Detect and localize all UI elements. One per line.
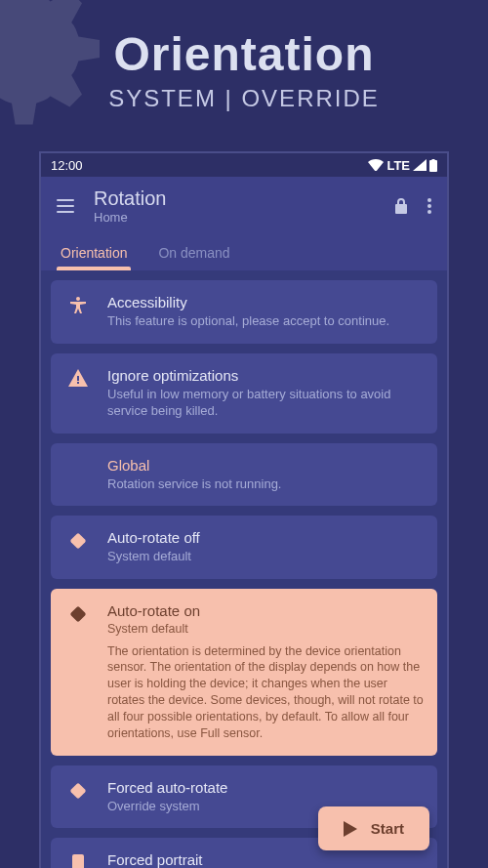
card-optimizations[interactable]: Ignore optimizations Useful in low memor… bbox=[51, 353, 437, 434]
tabs: Orientation On demand bbox=[41, 235, 447, 270]
play-icon bbox=[344, 821, 357, 837]
start-button[interactable]: Start bbox=[318, 806, 429, 850]
portrait-icon bbox=[64, 851, 92, 868]
rotate-off-icon bbox=[64, 529, 92, 565]
app-bar: Rotation Home bbox=[41, 177, 447, 235]
signal-icon bbox=[413, 159, 427, 171]
rotate-on-icon bbox=[64, 602, 92, 742]
svg-point-4 bbox=[427, 210, 431, 214]
svg-rect-9 bbox=[72, 854, 84, 868]
svg-rect-0 bbox=[429, 160, 437, 172]
wifi-icon bbox=[368, 159, 384, 171]
card-title: Auto-rotate on bbox=[107, 602, 424, 619]
device-frame: 12:00 LTE Rotation Home Orientation On d… bbox=[39, 151, 449, 868]
card-auto-rotate-on[interactable]: Auto-rotate on System default The orient… bbox=[51, 589, 437, 756]
lock-icon[interactable] bbox=[394, 197, 408, 215]
warning-icon bbox=[64, 367, 92, 420]
svg-point-3 bbox=[427, 204, 431, 208]
card-desc: Useful in low memory or battery situatio… bbox=[107, 386, 424, 420]
card-title: Forced portrait bbox=[107, 851, 424, 868]
fab-label: Start bbox=[371, 820, 404, 837]
status-bar: 12:00 LTE bbox=[41, 153, 447, 177]
svg-rect-1 bbox=[432, 159, 435, 161]
svg-rect-6 bbox=[70, 533, 87, 550]
battery-icon bbox=[429, 159, 437, 172]
menu-icon[interactable] bbox=[57, 199, 74, 213]
accessibility-icon bbox=[64, 294, 92, 330]
card-auto-rotate-off[interactable]: Auto-rotate off System default bbox=[51, 516, 437, 579]
card-title: Forced auto-rotate bbox=[107, 779, 424, 796]
card-title: Accessibility bbox=[107, 294, 424, 310]
forced-rotate-icon bbox=[64, 779, 92, 815]
more-icon[interactable] bbox=[427, 198, 431, 214]
card-title: Auto-rotate off bbox=[107, 529, 424, 546]
app-title: Rotation bbox=[94, 187, 375, 210]
gear-background-icon bbox=[0, 0, 117, 137]
card-desc: Rotation service is not running. bbox=[107, 475, 424, 493]
svg-point-2 bbox=[427, 198, 431, 202]
tab-orientation[interactable]: Orientation bbox=[57, 235, 131, 270]
card-desc: System default bbox=[107, 548, 424, 565]
status-time: 12:00 bbox=[51, 158, 83, 173]
card-desc: This feature is optional, please accept … bbox=[107, 312, 424, 330]
network-label: LTE bbox=[386, 158, 410, 173]
card-sub: System default bbox=[107, 621, 424, 638]
card-title: Ignore optimizations bbox=[107, 367, 424, 384]
card-desc: The orientation is determined by the dev… bbox=[107, 643, 424, 742]
app-breadcrumb: Home bbox=[94, 210, 375, 225]
card-accessibility[interactable]: Accessibility This feature is optional, … bbox=[51, 280, 437, 344]
svg-rect-8 bbox=[70, 782, 87, 799]
tab-on-demand[interactable]: On demand bbox=[154, 235, 233, 270]
svg-rect-7 bbox=[70, 605, 87, 622]
card-global: Global Rotation service is not running. bbox=[51, 443, 437, 507]
svg-point-5 bbox=[76, 297, 80, 301]
section-title: Global bbox=[107, 457, 424, 474]
